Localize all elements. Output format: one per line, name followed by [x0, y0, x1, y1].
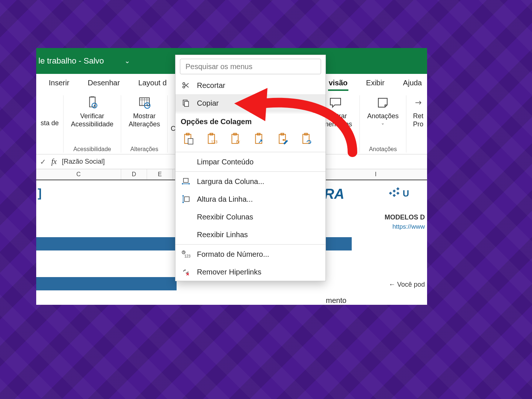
svg-rect-27	[283, 139, 285, 141]
menu-item-remove-hyperlinks[interactable]: Remover Hiperlinks	[175, 263, 325, 281]
ribbon-group-anotacoes: Anotações ⌄ Anotações	[360, 95, 406, 153]
menu-item-number-format[interactable]: 123 Formato de Número...	[175, 245, 325, 263]
menu-item-clear[interactable]: Limpar Conteúdo	[175, 153, 325, 171]
menu-item-row-height[interactable]: Altura da Linha...	[175, 190, 325, 208]
menu-item-unhide-cols[interactable]: Reexibir Colunas	[175, 208, 325, 226]
svg-rect-7	[393, 194, 396, 197]
formula-value[interactable]: [Razão Social]	[62, 158, 105, 166]
remove-link-icon	[181, 268, 191, 276]
menu-item-unhide-rows[interactable]: Reexibir Linhas	[175, 226, 325, 243]
menu-separator	[175, 152, 325, 152]
svg-rect-13	[184, 101, 188, 106]
svg-rect-30	[184, 178, 188, 183]
show-changes-button[interactable]: Mostrar Alterações	[129, 95, 160, 128]
chevron-down-icon[interactable]: ⌄	[125, 57, 130, 65]
svg-rect-28	[303, 134, 309, 144]
scissors-icon	[181, 81, 191, 89]
verify-label-2: Acessibilidade	[71, 120, 113, 129]
formula-confirm-icon[interactable]: ✓	[40, 157, 46, 166]
row-height-label: Altura da Linha...	[197, 195, 253, 204]
window-title-fragment: le trabalho - Salvo	[38, 56, 104, 66]
copy-icon	[181, 99, 191, 107]
svg-text:123: 123	[211, 140, 218, 144]
paste-link-icon[interactable]	[299, 130, 315, 147]
paste-transpose-icon[interactable]	[252, 130, 268, 147]
menu-search-input[interactable]	[180, 59, 321, 74]
ribbon-group-alteracoes: Mostrar Alterações Alterações	[121, 95, 168, 153]
col-header-c[interactable]: C	[36, 169, 121, 180]
tab-exibir[interactable]: Exibir	[365, 76, 385, 90]
show-comments-1: Mostrar	[324, 112, 347, 120]
mento-text: mento	[326, 296, 347, 305]
pro-label: Pro	[413, 120, 423, 129]
svg-rect-25	[279, 134, 286, 144]
col-header-d[interactable]: D	[121, 169, 147, 180]
modelos-label: MODELOS D	[385, 214, 425, 221]
col-header-e[interactable]: E	[147, 169, 173, 180]
group-label-acessibilidade: Acessibilidade	[73, 146, 111, 153]
return-icon	[411, 95, 426, 110]
note-icon	[375, 95, 390, 110]
menu-separator	[175, 171, 325, 172]
ra-text: RA	[324, 186, 344, 202]
context-menu: Recortar Copiar Opções de Colagem 123 fx…	[175, 55, 326, 281]
menu-item-cut[interactable]: Recortar	[175, 76, 325, 94]
number-format-icon: 123	[181, 250, 191, 258]
verify-label-1: Verificar	[80, 112, 104, 120]
svg-rect-6	[396, 187, 399, 190]
url-text[interactable]: https://www	[392, 223, 425, 231]
copy-label: Copiar	[197, 99, 219, 108]
header-stripe-left	[36, 237, 177, 250]
paste-options-header: Opções de Colagem	[175, 114, 325, 128]
row-height-icon	[181, 195, 191, 204]
paste-formulas-icon[interactable]: fx	[228, 130, 244, 147]
unhide-rows-label: Reexibir Linhas	[197, 231, 248, 239]
svg-rect-4	[389, 192, 392, 195]
menu-item-column-width[interactable]: Largura da Coluna...	[175, 173, 325, 190]
verify-accessibility-button[interactable]: Verificar Acessibilidade	[71, 95, 113, 128]
fx-icon[interactable]: fx	[51, 157, 57, 166]
num-format-label: Formato de Número...	[197, 250, 269, 259]
ribbon-label-fragment: sta de	[41, 119, 59, 127]
partner-logo: U	[388, 185, 410, 200]
unhide-cols-label: Reexibir Colunas	[197, 213, 253, 221]
changes-icon	[137, 95, 152, 110]
clear-label: Limpar Conteúdo	[197, 158, 253, 166]
svg-text:123: 123	[184, 254, 190, 258]
voce-text: ← Você pod	[389, 281, 425, 289]
chevron-down-icon: ⌄	[381, 120, 385, 126]
tab-layout[interactable]: Layout d	[137, 76, 167, 90]
svg-point-1	[93, 105, 95, 106]
section-stripe	[36, 277, 177, 290]
svg-rect-5	[393, 190, 396, 192]
group-label-anotacoes: Anotações	[369, 146, 397, 153]
tab-desenhar[interactable]: Desenhar	[87, 76, 121, 90]
tab-ajuda[interactable]: Ajuda	[402, 76, 423, 90]
col-width-label: Largura da Coluna...	[197, 177, 264, 186]
svg-text:U: U	[403, 188, 409, 198]
speech-bubble-icon	[328, 95, 343, 110]
annotations-label: Anotações	[367, 112, 399, 120]
col-header-i[interactable]: I	[324, 169, 427, 180]
group-label-alteracoes: Alterações	[130, 146, 158, 153]
ribbon-group-acessibilidade: Verificar Acessibilidade Acessibilidade	[64, 95, 121, 153]
tab-inserir[interactable]: Inserir	[48, 76, 70, 90]
svg-rect-23	[256, 134, 262, 144]
tab-revisao[interactable]: visão	[328, 76, 348, 90]
column-width-icon	[181, 177, 191, 185]
menu-item-copy[interactable]: Copiar	[175, 94, 325, 112]
header-stripe-right	[325, 237, 352, 250]
show-changes-2: Alterações	[129, 120, 160, 129]
svg-rect-31	[184, 197, 189, 202]
paste-formatting-icon[interactable]	[275, 130, 291, 147]
accessibility-icon	[85, 95, 100, 110]
annotations-button[interactable]: Anotações ⌄	[367, 95, 399, 126]
paste-options-row: 123 fx	[175, 128, 325, 151]
paste-default-icon[interactable]	[181, 130, 197, 147]
remove-links-label: Remover Hiperlinks	[197, 268, 262, 276]
menu-separator	[175, 113, 325, 113]
paste-values-icon[interactable]: 123	[204, 130, 221, 147]
show-changes-1: Mostrar	[133, 112, 156, 120]
ribbon-group-fragment-left: sta de	[36, 95, 64, 153]
ret-label: Ret	[413, 112, 423, 120]
